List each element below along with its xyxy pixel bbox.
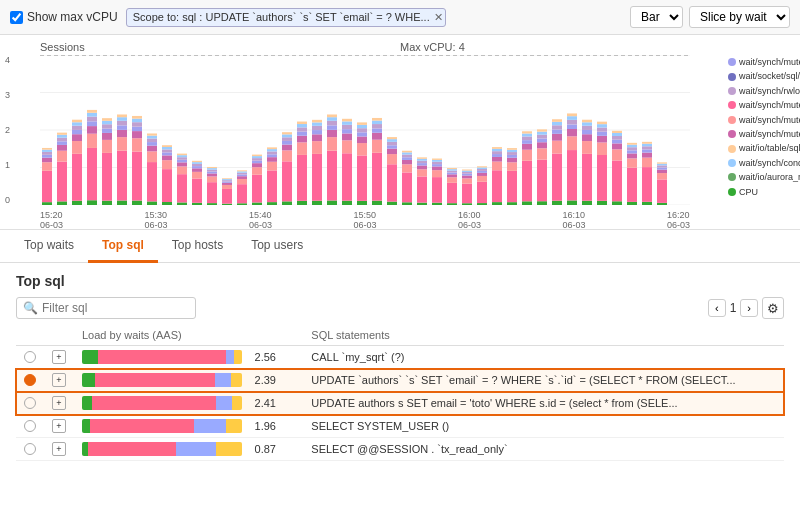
svg-rect-317 [612, 131, 622, 133]
svg-rect-312 [612, 149, 622, 160]
svg-rect-215 [432, 177, 442, 203]
sql-cell[interactable]: CALL `my_sqrt` (?) [303, 346, 784, 369]
svg-rect-20 [57, 135, 67, 138]
svg-rect-194 [387, 145, 397, 148]
svg-rect-114 [237, 174, 247, 176]
tab-top-hosts[interactable]: Top hosts [158, 230, 237, 263]
legend-item: wait/synch/mutex/innodb/aurora_lock [728, 127, 800, 141]
svg-rect-324 [627, 145, 637, 147]
svg-rect-283 [552, 125, 562, 129]
svg-rect-79 [177, 174, 187, 202]
svg-rect-284 [552, 122, 562, 125]
svg-rect-248 [492, 162, 502, 171]
expand-button[interactable]: + [52, 442, 66, 456]
expand-button[interactable]: + [52, 396, 66, 410]
svg-rect-206 [417, 203, 427, 205]
svg-rect-258 [507, 155, 517, 158]
svg-rect-276 [537, 132, 547, 135]
tabs-bar: Top waits Top sql Top hosts Top users [0, 230, 800, 263]
expand-button[interactable]: + [52, 419, 66, 433]
legend-item: wait/synch/mutex/innodb/lock_wait_m [728, 113, 800, 127]
svg-rect-235 [462, 172, 472, 174]
prev-page-button[interactable]: ‹ [708, 299, 726, 317]
scope-close-icon[interactable]: ✕ [434, 11, 443, 24]
radio-button[interactable] [24, 397, 36, 409]
sql-cell[interactable]: UPDATE authors s SET email = 'toto' WHER… [303, 392, 784, 415]
filter-sql-input[interactable] [42, 301, 189, 315]
svg-rect-104 [222, 185, 232, 189]
svg-rect-42 [102, 129, 112, 133]
bar-cell: 1.96 [74, 415, 303, 438]
show-max-vcpu-checkbox[interactable] [10, 11, 23, 24]
filter-input-wrap: 🔍 [16, 297, 196, 319]
svg-rect-31 [87, 148, 97, 200]
svg-rect-69 [147, 133, 157, 135]
svg-rect-268 [522, 133, 532, 136]
chart-type-select[interactable]: Bar [630, 6, 683, 28]
svg-rect-121 [252, 163, 262, 167]
svg-rect-53 [117, 114, 127, 117]
svg-rect-19 [57, 138, 67, 142]
svg-rect-197 [387, 137, 397, 139]
svg-rect-24 [72, 141, 82, 154]
svg-rect-289 [567, 129, 577, 136]
show-max-vcpu-label[interactable]: Show max vCPU [10, 10, 118, 24]
svg-rect-70 [162, 202, 172, 205]
svg-rect-292 [567, 116, 577, 120]
bar-segment [82, 373, 95, 387]
settings-button[interactable]: ⚙ [762, 297, 784, 319]
svg-rect-254 [507, 202, 517, 205]
svg-rect-169 [342, 133, 352, 140]
svg-rect-131 [267, 151, 277, 154]
svg-rect-183 [372, 153, 382, 201]
bar-segment [231, 373, 242, 387]
bar-segment [232, 396, 242, 410]
tab-top-sql[interactable]: Top sql [88, 230, 158, 263]
expand-button[interactable]: + [52, 350, 66, 364]
svg-rect-295 [582, 154, 592, 201]
slice-by-select[interactable]: Slice by wait [689, 6, 790, 28]
svg-rect-239 [477, 182, 487, 203]
sql-cell[interactable]: UPDATE `authors` `s` SET `email` = ? WHE… [303, 369, 784, 392]
radio-button[interactable] [24, 351, 36, 363]
expand-button[interactable]: + [52, 373, 66, 387]
svg-rect-27 [72, 126, 82, 130]
next-page-button[interactable]: › [740, 299, 758, 317]
expand-cell: + [44, 415, 74, 438]
svg-rect-82 [177, 160, 187, 163]
svg-rect-311 [612, 160, 622, 201]
svg-rect-26 [72, 130, 82, 134]
svg-rect-94 [207, 203, 217, 205]
svg-rect-306 [597, 132, 607, 136]
svg-rect-340 [657, 164, 667, 166]
svg-rect-107 [222, 180, 232, 181]
svg-rect-307 [597, 127, 607, 131]
svg-rect-191 [387, 164, 397, 201]
sql-cell[interactable]: SELECT SYSTEM_USER () [303, 415, 784, 438]
svg-rect-294 [582, 201, 592, 205]
svg-rect-16 [57, 151, 67, 162]
tab-top-waits[interactable]: Top waits [10, 230, 88, 263]
radio-button[interactable] [24, 374, 36, 386]
svg-rect-98 [207, 172, 217, 174]
bar-value: 2.39 [248, 374, 276, 386]
svg-rect-216 [432, 170, 442, 177]
svg-rect-200 [402, 164, 412, 172]
chart-area: Sessions Max vCPU: 4 4 3 2 1 0 // We'll … [0, 35, 800, 230]
sql-cell[interactable]: SELECT @@SESSION . `tx_read_only` [303, 438, 784, 461]
svg-rect-189 [372, 118, 382, 121]
svg-rect-337 [657, 170, 667, 173]
svg-rect-106 [222, 181, 232, 182]
sql-table: Load by waits (AAS) SQL statements +2.56… [16, 327, 784, 461]
svg-rect-238 [477, 203, 487, 205]
svg-rect-286 [567, 200, 577, 205]
radio-button[interactable] [24, 443, 36, 455]
bar-segment [95, 373, 215, 387]
svg-rect-149 [297, 122, 307, 125]
tab-top-users[interactable]: Top users [237, 230, 317, 263]
svg-rect-11 [42, 152, 52, 155]
expand-cell: + [44, 369, 74, 392]
svg-rect-209 [417, 165, 427, 169]
svg-rect-229 [447, 168, 457, 169]
radio-button[interactable] [24, 420, 36, 432]
